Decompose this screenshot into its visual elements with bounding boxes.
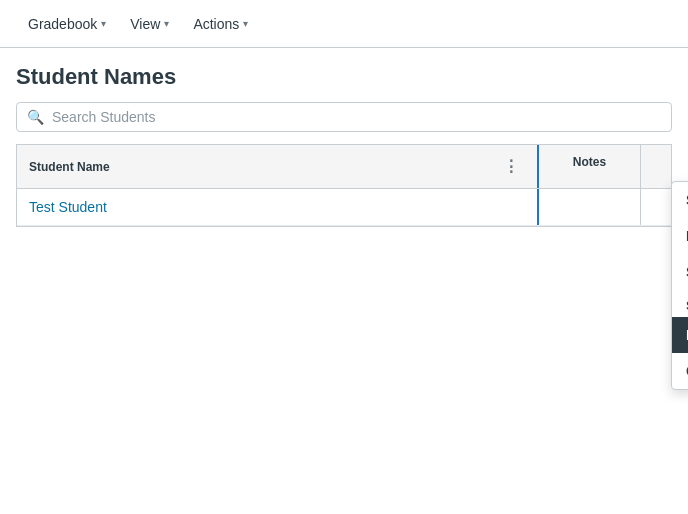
view-arrow: ▾: [164, 18, 169, 29]
concluded-enrollments-item[interactable]: Concluded enrollments: [672, 353, 688, 389]
sort-by-item[interactable]: Sort by ›: [672, 182, 688, 218]
notes-cell: [539, 189, 641, 225]
column-dropdown-menu: Sort by › Display as › Secondary info › …: [671, 181, 688, 390]
table-header: Student Name ⋮ Sort by › Display as › Se…: [17, 145, 671, 189]
display-as-item[interactable]: Display as ›: [672, 218, 688, 254]
show-section-label: Show: [672, 290, 688, 317]
view-label: View: [130, 16, 160, 32]
actions-arrow: ▾: [243, 18, 248, 29]
search-bar: 🔍: [16, 102, 672, 132]
table-row: Test Student: [17, 189, 671, 226]
inactive-enrollments-item[interactable]: Inactive enrollments: [672, 317, 688, 353]
actions-nav[interactable]: Actions ▾: [181, 8, 260, 40]
extra-cell: [641, 189, 671, 225]
search-icon: 🔍: [27, 109, 44, 125]
student-name-cell: Test Student: [17, 189, 539, 225]
gradebook-nav[interactable]: Gradebook ▾: [16, 8, 118, 40]
search-input[interactable]: [52, 109, 661, 125]
student-name-column-header: Student Name ⋮ Sort by › Display as › Se…: [17, 145, 539, 188]
notes-column-header: Notes: [539, 145, 641, 188]
page-title: Student Names: [16, 64, 672, 90]
view-nav[interactable]: View ▾: [118, 8, 181, 40]
column-options-button[interactable]: ⋮: [497, 155, 525, 178]
student-link[interactable]: Test Student: [29, 199, 107, 215]
gradebook-label: Gradebook: [28, 16, 97, 32]
actions-label: Actions: [193, 16, 239, 32]
secondary-info-item[interactable]: Secondary info ›: [672, 254, 688, 290]
page-content: Student Names 🔍 Student Name ⋮ Sort by ›…: [0, 48, 688, 227]
extra-column-header: [641, 145, 671, 188]
top-navigation: Gradebook ▾ View ▾ Actions ▾: [0, 0, 688, 48]
student-table: Student Name ⋮ Sort by › Display as › Se…: [16, 144, 672, 227]
gradebook-arrow: ▾: [101, 18, 106, 29]
